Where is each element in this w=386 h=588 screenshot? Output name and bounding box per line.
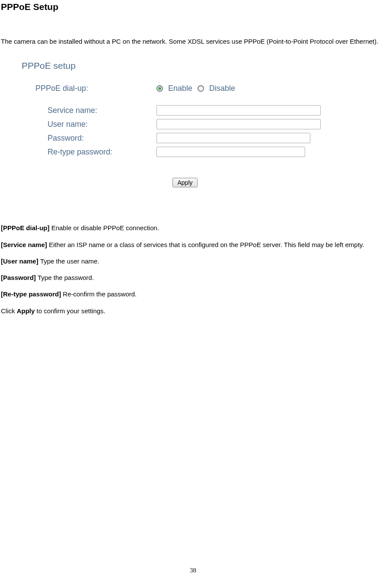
desc-password: [Password] Type the password. [1,273,386,282]
radio-group-dialup: Enable Disable [156,84,235,93]
radio-enable[interactable] [156,85,163,92]
retype-input[interactable] [156,147,305,157]
label-dialup: PPPoE dial-up: [35,84,156,93]
label-username: User name: [48,120,156,129]
intro-text: The camera can be installed without a PC… [1,37,386,46]
desc-username: [User name] Type the user name. [1,257,386,266]
radio-disable[interactable] [198,85,204,92]
desc-service: [Service name] Either an ISP name or a c… [1,241,386,249]
password-input[interactable] [156,133,310,143]
descriptions: [PPPoE dial-up] Enable or disable PPPoE … [1,224,386,315]
row-retype: Re-type password: [35,147,354,157]
form-legend: PPPoE setup [22,61,354,71]
page-number: 38 [0,567,386,574]
radio-disable-label: Disable [209,84,235,93]
apply-area: Apply [16,178,354,187]
row-username: User name: [35,119,354,129]
service-input[interactable] [156,105,321,116]
apply-button[interactable]: Apply [172,178,197,187]
desc-retype: [Re-type password] Re-confirm the passwo… [1,290,386,299]
row-password: Password: [35,133,354,143]
row-dialup: PPPoE dial-up: Enable Disable [35,84,354,93]
radio-enable-label: Enable [168,84,192,93]
row-service: Service name: [35,105,354,116]
label-password: Password: [48,134,156,143]
form-panel: PPPoE setup PPPoE dial-up: Enable Disabl… [16,61,354,200]
desc-dialup: [PPPoE dial-up] Enable or disable PPPoE … [1,224,386,232]
label-service: Service name: [48,106,156,115]
desc-apply: Click Apply to confirm your settings. [1,307,386,315]
username-input[interactable] [156,119,321,129]
form-rows: PPPoE dial-up: Enable Disable Service na… [35,84,354,157]
page-title: PPPoE Setup [1,2,386,12]
label-retype: Re-type password: [48,148,156,157]
